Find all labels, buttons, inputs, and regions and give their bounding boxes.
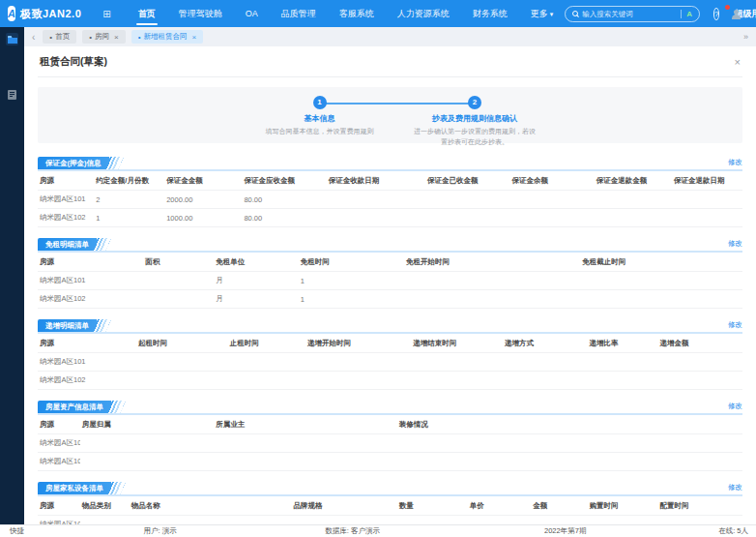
tab-首页[interactable]: •首页	[43, 30, 76, 44]
section-title: 保证金(押金)信息	[38, 157, 109, 169]
modify-link[interactable]: 修改	[728, 483, 742, 494]
tab-新增租赁合同[interactable]: •新增租赁合同×	[131, 30, 203, 44]
column-header: 房源	[38, 253, 143, 272]
step-description: 进一步确认第一步设置的费用规则，若设置抄表可在此步抄表。	[412, 127, 538, 147]
column-header: 房屋归属	[80, 415, 215, 434]
table-cell	[503, 372, 587, 390]
document-icon	[8, 90, 16, 100]
tab-房间[interactable]: •房间×	[82, 30, 125, 44]
table-row: 纳米园A区10122000.0080.00	[38, 191, 742, 209]
tab-label: 首页	[55, 32, 70, 42]
table-header-row: 房源约定金额/月份数保证金金额保证金应收金额保证金收款日期保证金已收金额保证金余…	[38, 171, 742, 191]
chevron-left-icon[interactable]: ‹	[32, 32, 35, 43]
modify-link[interactable]: 修改	[728, 158, 742, 169]
nav-item-更多[interactable]: 更多▾	[519, 0, 566, 27]
table-cell: 纳米园A区101	[38, 516, 80, 525]
table-cell	[531, 516, 587, 525]
nav-item-客服系统[interactable]: 客服系统	[328, 0, 386, 27]
table-cell	[214, 453, 397, 471]
column-header: 物品名称	[130, 496, 292, 516]
section-title: 递增明细清单	[38, 319, 97, 332]
column-header: 保证金退款日期	[672, 171, 742, 191]
table-cell: 2	[94, 191, 164, 209]
table-header-row: 房源起租时间止租时间递增开始时间递增结束时间递增方式递增比率递增金额	[38, 334, 742, 353]
table-cell	[143, 290, 214, 309]
table-cell	[588, 353, 658, 372]
section-table: 房源房屋归属所属业主装修情况 纳米园A区101纳米园A区102	[38, 415, 742, 471]
table-cell	[80, 516, 130, 525]
column-header: 所属业主	[214, 415, 397, 434]
nav-item-品质管理[interactable]: 品质管理	[270, 0, 328, 27]
table-row: 纳米园A区102	[38, 453, 742, 471]
section: 免租明细清单 修改 房源面积免租单位免租时间免租开始时间免租截止时间 纳米园A区…	[38, 238, 742, 309]
tab-close-icon[interactable]: ×	[114, 33, 119, 42]
table-cell	[503, 353, 587, 372]
nav-item-财务系统[interactable]: 财务系统	[461, 0, 519, 27]
table-cell	[305, 353, 411, 372]
section: 递增明细清单 修改 房源起租时间止租时间递增开始时间递增结束时间递增方式递增比率…	[38, 319, 742, 390]
main-content: 租赁合同(草案) × 1基本信息填写合同基本信息，并设置费用规则2抄表及费用规则…	[24, 46, 756, 524]
tab-close-icon[interactable]: ×	[191, 33, 196, 42]
stepper: 1基本信息填写合同基本信息，并设置费用规则2抄表及费用规则信息确认进一步确认第一…	[38, 87, 742, 143]
status-online: 在线: 5人	[718, 526, 748, 536]
section-title: 免租明细清单	[38, 238, 97, 251]
modify-link[interactable]: 修改	[728, 402, 742, 413]
table-cell	[411, 372, 503, 390]
column-header: 保证金应收金额	[242, 171, 326, 191]
left-sidebar	[0, 27, 24, 524]
app-logo-text: 极致JAN2.0	[20, 7, 81, 21]
chevron-right-icon[interactable]: »	[743, 32, 748, 42]
close-icon[interactable]: ×	[735, 56, 741, 68]
help-icon[interactable]: ?	[713, 8, 719, 20]
column-header: 约定金额/月份数	[94, 171, 164, 191]
table-cell	[657, 372, 742, 390]
notification-badge	[725, 5, 730, 10]
column-header: 递增开始时间	[305, 334, 411, 353]
avatar-person-icon	[734, 10, 739, 15]
column-header: 保证金已收金额	[425, 171, 509, 191]
section-title: 房屋资产信息清单	[38, 401, 111, 413]
status-shortcut[interactable]: 快捷	[10, 526, 24, 536]
table-row: 纳米园A区101	[38, 516, 742, 525]
sidebar-item-documents[interactable]	[6, 88, 18, 101]
column-header: 免租时间	[299, 253, 404, 272]
column-header: 面积	[143, 253, 214, 272]
column-header: 数量	[397, 496, 468, 516]
table-cell	[509, 191, 594, 209]
table-cell	[595, 209, 672, 227]
column-header: 购置时间	[588, 496, 658, 516]
table-cell: 纳米园A区101	[38, 434, 80, 453]
table-cell: 80.00	[242, 191, 326, 209]
modify-link[interactable]: 修改	[728, 239, 742, 251]
ai-assistant-icon[interactable]: A	[686, 10, 692, 18]
sections-container: 保证金(押金)信息 修改 房源约定金额/月份数保证金金额保证金应收金额保证金收款…	[38, 157, 742, 524]
nav-item-人力资源系统[interactable]: 人力资源系统	[386, 0, 461, 27]
nav-item-首页[interactable]: 首页	[127, 0, 167, 27]
section-header: 房屋家私设备清单 修改	[38, 482, 742, 496]
step-number-badge: 2	[468, 96, 481, 109]
section-ribbon: 房屋资产信息清单	[38, 401, 123, 413]
table-header-row: 房源面积免租单位免租时间免租开始时间免租截止时间	[38, 253, 742, 272]
table-cell	[291, 516, 396, 525]
apps-grid-icon[interactable]: ⊞	[102, 9, 110, 19]
nav-item-OA[interactable]: OA	[234, 0, 270, 27]
table-cell: 纳米园A区102	[38, 453, 80, 471]
column-header: 免租截止时间	[580, 253, 742, 272]
global-search[interactable]: A	[565, 6, 700, 22]
table-cell: 80.00	[242, 209, 326, 227]
table-cell: 纳米园A区102	[38, 372, 136, 390]
table-cell: 纳米园A区101	[38, 191, 94, 209]
sidebar-item-workbench[interactable]	[6, 33, 18, 45]
open-tabs: •首页•房间×•新增租赁合同×	[43, 30, 743, 44]
table-row: 纳米园A区102月1	[38, 290, 742, 309]
section: 房屋家私设备清单 修改 房源物品类别物品名称品牌规格数量单价金额购置时间配置时间…	[38, 482, 742, 524]
column-header: 配置时间	[657, 496, 742, 516]
table-cell	[509, 209, 594, 227]
table-cell	[404, 272, 580, 290]
table-cell	[580, 272, 742, 290]
column-header: 保证金退款金额	[595, 171, 672, 191]
modify-link[interactable]: 修改	[728, 320, 742, 332]
column-header: 递增比率	[588, 334, 658, 353]
nav-item-管理驾驶舱[interactable]: 管理驾驶舱	[167, 0, 234, 27]
search-input[interactable]	[582, 10, 676, 18]
